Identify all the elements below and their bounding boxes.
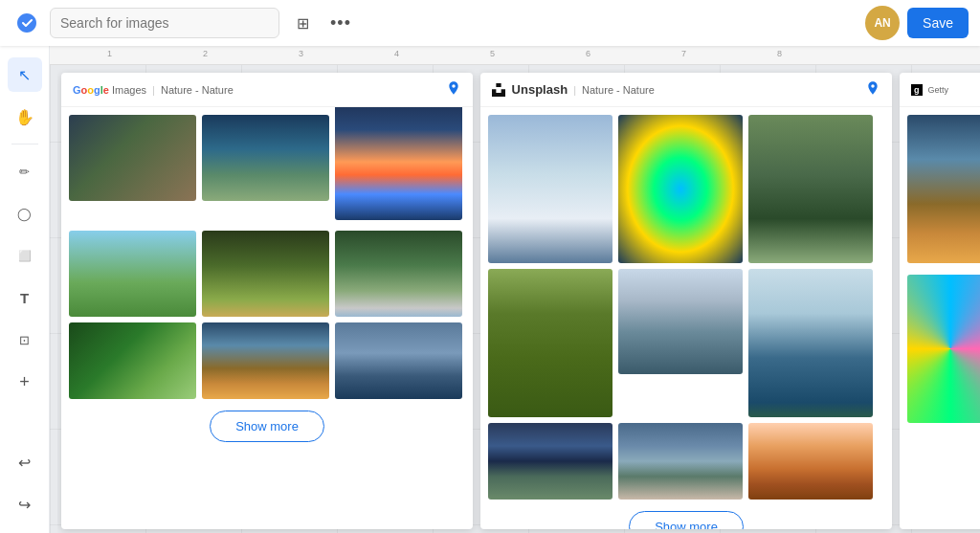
google-image-4[interactable] [69,231,196,317]
unsplash-row-3 [488,423,884,500]
google-row-3 [69,322,465,399]
getty-image-grid [907,115,980,423]
unsplash-logo: Unsplash [492,82,568,98]
hand-icon: ✋ [15,108,34,126]
google-source-label: Nature - Nature [161,84,234,96]
google-logo: Google Images [73,84,146,96]
unsplash-panel: Unsplash | Nature - Nature [480,73,892,529]
frame-icon: ⬜ [18,250,32,262]
undo-button[interactable]: ↩ [8,445,42,479]
ruler-mark-8: 8 [777,49,782,58]
shape-tool[interactable]: ◯ [8,196,42,231]
unsplash-image-2[interactable] [618,115,743,263]
search-input[interactable] [50,8,279,38]
unsplash-row-1 [488,115,884,263]
unsplash-pin-icon[interactable] [865,80,880,100]
unsplash-source-label: Nature - Nature [582,84,655,96]
ruler-mark-4: 4 [394,49,399,58]
google-image-3[interactable] [335,107,462,220]
ruler-mark-3: 3 [299,49,303,58]
top-toolbar: ⊞ ••• AN Save [0,0,980,46]
getty-image-1[interactable] [907,115,980,263]
hand-tool[interactable]: ✋ [8,100,42,134]
unsplash-panel-content: Show more [480,107,892,529]
unsplash-image-9[interactable] [748,423,873,500]
google-image-5[interactable] [202,231,329,317]
ruler-mark-6: 6 [586,49,590,58]
avatar-initials: AN [874,16,890,30]
app-logo[interactable] [11,8,42,38]
sidebar-divider-1 [11,144,38,144]
avatar-button[interactable]: AN [865,6,900,40]
getty-panel-header: g Getty [900,73,980,107]
more-icon: ••• [330,13,351,33]
unsplash-image-5[interactable] [618,269,743,374]
getty-image-2[interactable] [907,275,980,423]
ruler-mark-1: 1 [107,49,112,58]
unsplash-image-grid [488,115,884,500]
google-pin-icon[interactable] [446,80,461,100]
canvas-area: 1 2 3 4 5 6 7 8 Google Images | Nature -… [50,46,980,533]
unsplash-row-2 [488,269,884,417]
google-image-6[interactable] [335,231,462,317]
google-image-8[interactable] [202,322,329,399]
add-tool[interactable]: + [8,365,42,399]
text-tool[interactable]: T [8,280,42,315]
pen-tool[interactable]: ✏ [8,154,42,189]
google-image-9[interactable] [335,322,462,399]
unsplash-image-3[interactable] [748,115,873,263]
left-sidebar: ↖ ✋ ✏ ◯ ⬜ T ⊡ + ↩ ↪ [0,46,50,533]
more-button[interactable]: ••• [325,8,356,38]
redo-button[interactable]: ↪ [8,487,42,522]
google-row-1 [69,115,465,244]
add-icon: + [19,372,30,392]
unsplash-image-7[interactable] [488,423,612,500]
undo-icon: ↩ [18,454,31,472]
google-image-2[interactable] [202,115,329,201]
crop-icon: ⊡ [19,333,30,347]
google-image-1[interactable] [69,115,196,201]
google-row-2 [69,231,465,317]
text-icon: T [20,290,29,306]
redo-icon: ↪ [18,496,31,514]
layers-icon: ⊞ [297,14,309,33]
google-separator: | [152,84,155,96]
google-show-more-button[interactable]: Show more [210,411,324,442]
ruler-top: 1 2 3 4 5 6 7 8 [50,46,980,65]
getty-logo: g [911,84,923,96]
unsplash-panel-header: Unsplash | Nature - Nature [480,73,892,107]
getty-panel: g Getty [900,73,980,529]
frame-tool[interactable]: ⬜ [8,238,42,273]
ruler-mark-5: 5 [490,49,495,58]
unsplash-show-more-button[interactable]: Show more [629,511,744,529]
google-images-panel: Google Images | Nature - Nature [61,73,473,529]
sidebar-bottom: ↩ ↪ [8,445,42,522]
select-tool[interactable]: ↖ [8,57,42,92]
google-panel-content: Show more [61,107,473,529]
save-button[interactable]: Save [907,8,969,38]
google-panel-header: Google Images | Nature - Nature [61,73,473,107]
ruler-mark-7: 7 [681,49,686,58]
unsplash-image-8[interactable] [618,423,743,500]
layers-button[interactable]: ⊞ [287,8,318,38]
crop-tool[interactable]: ⊡ [8,322,42,357]
getty-panel-content [900,107,980,529]
unsplash-image-4[interactable] [488,269,612,417]
unsplash-separator: | [573,84,576,96]
unsplash-image-1[interactable] [488,115,612,263]
select-icon: ↖ [18,66,31,84]
shape-icon: ◯ [17,207,32,221]
ruler-mark-2: 2 [203,49,208,58]
pen-icon: ✏ [19,165,30,179]
google-image-grid [69,115,465,399]
panels-container: Google Images | Nature - Nature [57,69,980,533]
google-image-7[interactable] [69,322,196,399]
unsplash-image-6[interactable] [748,269,873,417]
getty-label: Getty [928,85,949,95]
